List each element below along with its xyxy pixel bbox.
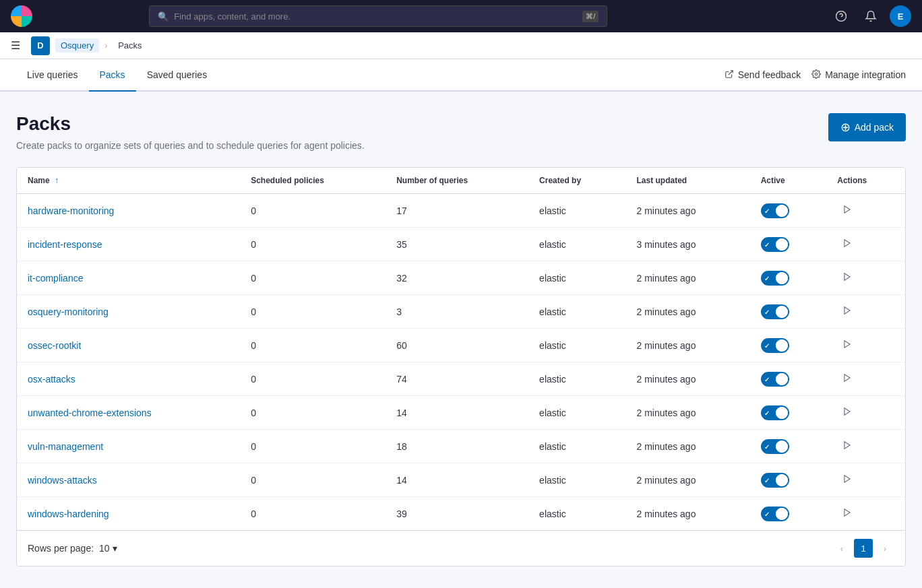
- table-row: ossec-rootkit 0 60 elastic 2 minutes ago…: [17, 329, 905, 362]
- col-header-last-updated: Last updated: [625, 168, 749, 194]
- rows-per-page-dropdown[interactable]: 10 ▾: [99, 543, 117, 554]
- run-action-button[interactable]: [837, 505, 857, 522]
- svg-marker-5: [844, 240, 850, 247]
- cell-number-of-queries: 74: [386, 362, 528, 396]
- pack-name-link[interactable]: hardware-monitoring: [28, 205, 114, 216]
- active-toggle[interactable]: ✓: [761, 405, 789, 420]
- run-action-button[interactable]: [837, 337, 857, 354]
- pack-name-link[interactable]: incident-response: [28, 239, 102, 250]
- svg-marker-13: [844, 509, 850, 517]
- space-avatar[interactable]: D: [31, 36, 50, 55]
- cell-actions: [826, 261, 905, 295]
- run-action-button[interactable]: [837, 370, 857, 387]
- cell-actions: [826, 194, 905, 228]
- col-header-name[interactable]: Name ↑: [17, 168, 240, 194]
- rows-per-page-label: Rows per page:: [28, 543, 94, 554]
- svg-point-3: [815, 73, 818, 75]
- cell-scheduled-policies: 0: [240, 194, 386, 228]
- run-action-button[interactable]: [837, 303, 857, 320]
- cell-scheduled-policies: 0: [240, 497, 386, 531]
- pack-name-link[interactable]: vuln-management: [28, 441, 103, 452]
- tab-bar: Live queries Packs Saved queries Send fe…: [0, 59, 922, 92]
- cell-last-updated: 2 minutes ago: [625, 261, 749, 295]
- tab-actions: Send feedback Manage integration: [725, 69, 906, 81]
- cell-created-by: elastic: [528, 261, 625, 295]
- active-toggle[interactable]: ✓: [761, 203, 789, 218]
- gear-icon: [811, 69, 821, 81]
- active-toggle[interactable]: ✓: [761, 507, 789, 521]
- run-action-button[interactable]: [837, 438, 857, 455]
- help-icon[interactable]: [830, 5, 852, 27]
- add-pack-button[interactable]: ⊕ Add pack: [828, 113, 906, 141]
- tab-saved-queries[interactable]: Saved queries: [136, 59, 218, 92]
- cell-active: ✓: [750, 228, 827, 261]
- menu-toggle[interactable]: ☰: [11, 39, 20, 52]
- send-feedback-link[interactable]: Send feedback: [725, 69, 801, 81]
- manage-integration-link[interactable]: Manage integration: [811, 69, 906, 81]
- tab-packs[interactable]: Packs: [89, 59, 136, 92]
- col-header-scheduled-policies: Scheduled policies: [240, 168, 386, 194]
- toggle-wrapper: ✓: [761, 271, 816, 286]
- active-toggle[interactable]: ✓: [761, 439, 789, 454]
- active-toggle[interactable]: ✓: [761, 271, 789, 286]
- cell-created-by: elastic: [528, 396, 625, 430]
- cell-name: hardware-monitoring: [17, 194, 240, 228]
- run-action-button[interactable]: [837, 269, 857, 286]
- cell-created-by: elastic: [528, 463, 625, 497]
- cell-created-by: elastic: [528, 295, 625, 329]
- next-page-button[interactable]: ›: [875, 539, 894, 558]
- elastic-logo-icon: [11, 5, 32, 27]
- pack-name-link[interactable]: unwanted-chrome-extensions: [28, 407, 152, 418]
- breadcrumb-separator: ›: [104, 41, 107, 51]
- packs-table: Name ↑ Scheduled policies Number of quer…: [17, 168, 905, 530]
- cell-created-by: elastic: [528, 228, 625, 261]
- table-header-row: Name ↑ Scheduled policies Number of quer…: [17, 168, 905, 194]
- pack-name-link[interactable]: osx-attacks: [28, 374, 75, 385]
- cell-last-updated: 2 minutes ago: [625, 497, 749, 531]
- cell-actions: [826, 228, 905, 261]
- run-action-button[interactable]: [837, 202, 857, 219]
- breadcrumb-osquery[interactable]: Osquery: [55, 38, 99, 53]
- active-toggle[interactable]: ✓: [761, 473, 789, 488]
- search-shortcut: ⌘/: [582, 11, 598, 22]
- col-header-created-by: Created by: [528, 168, 625, 194]
- run-action-button[interactable]: [837, 236, 857, 253]
- active-toggle[interactable]: ✓: [761, 304, 789, 319]
- prev-page-button[interactable]: ‹: [832, 539, 851, 558]
- elastic-logo[interactable]: [11, 5, 32, 27]
- table-row: hardware-monitoring 0 17 elastic 2 minut…: [17, 194, 905, 228]
- pack-name-link[interactable]: windows-attacks: [28, 475, 97, 486]
- page-1-button[interactable]: 1: [854, 539, 873, 558]
- sort-asc-icon: ↑: [55, 176, 59, 185]
- active-toggle[interactable]: ✓: [761, 237, 789, 252]
- cell-active: ✓: [750, 463, 827, 497]
- global-search-bar[interactable]: 🔍 Find apps, content, and more. ⌘/: [149, 5, 607, 27]
- cell-last-updated: 2 minutes ago: [625, 430, 749, 463]
- notifications-icon[interactable]: [860, 5, 882, 27]
- search-placeholder: Find apps, content, and more.: [174, 11, 290, 22]
- pack-name-link[interactable]: osquery-monitoring: [28, 306, 109, 317]
- cell-number-of-queries: 39: [386, 497, 528, 531]
- table-row: incident-response 0 35 elastic 3 minutes…: [17, 228, 905, 261]
- send-feedback-label: Send feedback: [738, 69, 801, 80]
- col-header-actions: Actions: [826, 168, 905, 194]
- active-toggle[interactable]: ✓: [761, 338, 789, 353]
- top-navigation: 🔍 Find apps, content, and more. ⌘/ E: [0, 0, 922, 32]
- cell-name: incident-response: [17, 228, 240, 261]
- pack-name-link[interactable]: ossec-rootkit: [28, 340, 81, 351]
- user-avatar[interactable]: E: [890, 5, 911, 27]
- pack-name-link[interactable]: windows-hardening: [28, 509, 109, 519]
- tab-live-queries[interactable]: Live queries: [16, 59, 89, 92]
- cell-name: it-compliance: [17, 261, 240, 295]
- cell-created-by: elastic: [528, 497, 625, 531]
- search-icon: 🔍: [158, 11, 168, 22]
- run-action-button[interactable]: [837, 404, 857, 421]
- cell-scheduled-policies: 0: [240, 430, 386, 463]
- run-action-button[interactable]: [837, 471, 857, 488]
- pagination: ‹ 1 ›: [832, 539, 894, 558]
- cell-active: ✓: [750, 396, 827, 430]
- toggle-wrapper: ✓: [761, 507, 816, 521]
- table-row: vuln-management 0 18 elastic 2 minutes a…: [17, 430, 905, 463]
- pack-name-link[interactable]: it-compliance: [28, 273, 83, 284]
- active-toggle[interactable]: ✓: [761, 372, 789, 387]
